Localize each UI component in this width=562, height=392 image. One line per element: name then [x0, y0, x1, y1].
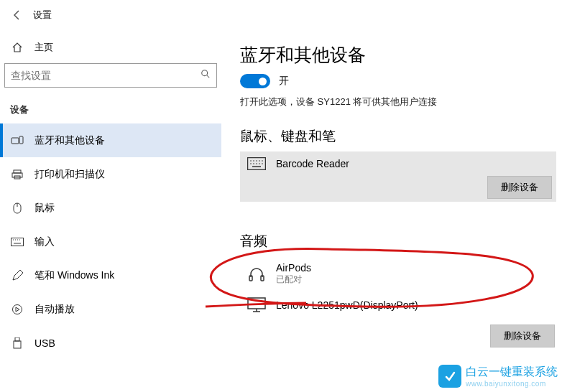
sidebar-item-label: 输入: [34, 235, 55, 248]
devices-icon: [10, 134, 24, 147]
sidebar-item-pen[interactable]: 笔和 Windows Ink: [0, 258, 221, 292]
device-item-barcode[interactable]: Barcode Reader 删除设备: [240, 151, 556, 202]
sidebar-item-label: 鼠标: [34, 202, 55, 215]
page-title: 蓝牙和其他设备: [240, 43, 556, 67]
mouse-icon: [10, 202, 24, 214]
sidebar-item-label: 笔和 Windows Ink: [34, 269, 114, 282]
svg-point-21: [259, 160, 260, 162]
remove-device-button[interactable]: 删除设备: [487, 176, 552, 199]
device-name: AirPods: [276, 262, 311, 274]
sidebar: 主页 设备 蓝牙和其他设备 打印机和扫描仪 鼠标 输入 笔和 Windows: [0, 30, 221, 392]
sidebar-item-label: USB: [34, 337, 55, 349]
main-content: 蓝牙和其他设备 开 打开此选项，设备 SY1221 将可供其他用户连接 鼠标、键…: [221, 30, 562, 392]
svg-point-0: [202, 70, 208, 76]
window-title: 设置: [33, 9, 52, 22]
bluetooth-desc: 打开此选项，设备 SY1221 将可供其他用户连接: [240, 95, 556, 108]
watermark-title: 白云一键重装系统: [466, 365, 558, 378]
monitor-icon: [244, 297, 269, 313]
category-audio: 音频: [240, 232, 556, 251]
sidebar-item-typing[interactable]: 输入: [0, 225, 221, 258]
sidebar-item-label: 自动播放: [34, 303, 75, 316]
device-item-monitor[interactable]: Lenovo L2251pwD(DisplayPort): [240, 291, 556, 319]
svg-point-27: [262, 163, 263, 164]
search-icon: [201, 69, 211, 82]
device-name: Lenovo L2251pwD(DisplayPort): [276, 299, 418, 311]
home-icon: [10, 42, 24, 53]
svg-point-19: [253, 160, 254, 162]
sidebar-item-mouse[interactable]: 鼠标: [0, 191, 221, 225]
keyboard-icon: [244, 157, 269, 170]
svg-rect-31: [248, 298, 265, 309]
remove-device-button-2[interactable]: 删除设备: [490, 325, 555, 347]
category-mouse-keyboard: 鼠标、键盘和笔: [240, 127, 556, 146]
autoplay-icon: [10, 304, 24, 315]
window-header: 设置: [0, 0, 562, 30]
watermark-badge-icon: [438, 365, 461, 388]
headphones-icon: [244, 266, 269, 283]
device-name: Barcode Reader: [276, 158, 349, 169]
svg-rect-2: [19, 136, 23, 144]
svg-rect-3: [14, 170, 21, 173]
device-item-airpods[interactable]: AirPods 已配对: [240, 256, 556, 291]
svg-rect-4: [12, 173, 22, 177]
sidebar-item-label: 蓝牙和其他设备: [34, 134, 105, 147]
search-input[interactable]: [11, 70, 201, 81]
search-input-wrap[interactable]: [4, 63, 217, 88]
sidebar-item-bluetooth[interactable]: 蓝牙和其他设备: [0, 123, 221, 157]
device-status: 已配对: [276, 274, 311, 286]
svg-point-23: [250, 163, 252, 164]
back-button[interactable]: [4, 2, 30, 28]
svg-point-14: [13, 304, 22, 314]
bluetooth-toggle[interactable]: [240, 74, 270, 88]
svg-rect-1: [11, 138, 19, 144]
watermark-url: www.baiyunxitong.com: [466, 380, 558, 388]
svg-rect-16: [14, 341, 21, 348]
sidebar-item-label: 打印机和扫描仪: [34, 168, 105, 181]
svg-point-22: [262, 160, 263, 162]
printer-icon: [10, 169, 24, 180]
svg-rect-8: [11, 238, 24, 246]
keyboard-icon: [10, 238, 24, 246]
sidebar-item-usb[interactable]: USB: [0, 326, 221, 360]
sidebar-home-label: 主页: [34, 41, 53, 54]
svg-rect-15: [15, 337, 19, 341]
watermark: 白云一键重装系统 www.baiyunxitong.com: [438, 365, 558, 388]
svg-point-18: [250, 160, 252, 162]
svg-point-20: [256, 160, 257, 162]
usb-icon: [10, 337, 24, 349]
svg-point-25: [256, 163, 257, 164]
pen-icon: [10, 270, 24, 281]
toggle-state-label: 开: [279, 75, 289, 88]
sidebar-home[interactable]: 主页: [0, 34, 221, 60]
svg-point-26: [259, 163, 260, 164]
sidebar-section-label: 设备: [0, 95, 221, 123]
svg-point-24: [253, 163, 254, 164]
sidebar-item-autoplay[interactable]: 自动播放: [0, 292, 221, 326]
sidebar-item-printers[interactable]: 打印机和扫描仪: [0, 157, 221, 191]
